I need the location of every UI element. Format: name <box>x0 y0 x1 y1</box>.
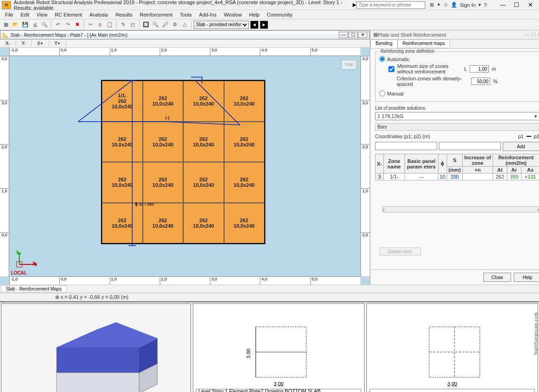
tool-paste-icon[interactable]: 📋 <box>106 21 114 29</box>
cart-icon[interactable]: ✦ <box>437 2 441 8</box>
tool-delete-icon[interactable]: ✖ <box>73 21 81 29</box>
apps-icon[interactable]: ⊞ <box>430 2 434 8</box>
canvas[interactable]: -1,0 0,0 1,0 2,0 3,0 4,0 5,0 -1,0 0,0 1,… <box>0 48 370 285</box>
coord-input-2[interactable] <box>439 142 501 150</box>
add-button[interactable]: Add <box>503 142 539 151</box>
menu-window[interactable]: Window <box>220 11 245 18</box>
tool-select-icon[interactable]: ◰ <box>129 21 137 29</box>
tool-open-icon[interactable]: 📂 <box>11 21 20 29</box>
input-l-value[interactable] <box>470 65 489 73</box>
thumbnail-top-reinf[interactable]: 3.00 3.80 R Level Story 1 Element Plate7… <box>366 303 538 392</box>
star-icon[interactable]: ☆ <box>444 2 448 8</box>
slab-cell: 26210,0x240 <box>224 122 265 162</box>
minimize-button[interactable]: — <box>496 1 510 8</box>
slab-cell: 26210,0x240 <box>143 203 184 244</box>
th-zone[interactable]: Zone name <box>384 154 405 174</box>
panel-min-button[interactable]: — <box>525 32 530 37</box>
horizontal-scrollbar[interactable]: ‹› <box>382 206 539 213</box>
tool-save-icon[interactable]: 💾 <box>21 21 29 29</box>
doc-maximize-button[interactable]: ☐ <box>348 32 358 38</box>
menu-help[interactable]: Help <box>246 11 263 18</box>
close-button[interactable]: ✕ <box>523 1 537 8</box>
tab-reinf-maps[interactable]: Reinforcement maps <box>398 39 450 48</box>
menu-reinforcement[interactable]: Reinforcement <box>136 11 176 18</box>
tool-copy-icon[interactable]: ⎘ <box>96 21 104 29</box>
panel-body: Reinforcing zone definition Automatic Mi… <box>371 49 539 269</box>
thumbnail-bottom-reinf[interactable]: 3.00 3.80 3.80 R Level Story 1 Element P… <box>193 303 365 392</box>
th-basic[interactable]: Basic panel param eters <box>404 154 438 174</box>
panel-max-button[interactable]: ☐ <box>531 32 536 37</box>
th-s[interactable]: S <box>447 154 462 167</box>
th-x[interactable]: X- <box>376 154 384 174</box>
menu-file[interactable]: File <box>2 11 17 18</box>
document-icon: 📐 <box>2 32 9 38</box>
panel-close-button[interactable]: ✕ <box>537 32 539 37</box>
ruler-tick: 2,0 <box>361 144 370 188</box>
ruler-tick: 0,0 <box>0 232 9 276</box>
nav-prev-button[interactable]: ◄ <box>250 21 258 29</box>
status-tab[interactable]: Slab - Reinforcement Maps <box>1 286 67 292</box>
nav-next-button[interactable]: ► <box>260 21 268 29</box>
tool-zoomout-icon[interactable]: 🔎 <box>161 21 169 29</box>
delete-reinf-button[interactable]: Delete reinf. <box>380 247 421 256</box>
th-increase[interactable]: Increase of zone <box>462 154 493 167</box>
menu-tools[interactable]: Tools <box>177 11 195 18</box>
input-criterion-value[interactable] <box>471 78 490 85</box>
coord-input-1[interactable] <box>375 142 437 150</box>
signin-link[interactable]: Sign In <box>460 2 476 8</box>
menu-view[interactable]: View <box>34 11 51 18</box>
tool-cut-icon[interactable]: ✂ <box>86 21 95 29</box>
doc-minimize-button[interactable]: — <box>339 32 348 38</box>
cell-index: 3 <box>376 174 384 180</box>
tool-layout-icon[interactable]: ▦ <box>2 21 10 29</box>
titlebar: R Autodesk Robot Structural Analysis Pro… <box>0 0 539 10</box>
help-button[interactable]: Help <box>514 273 539 282</box>
coord-xminus[interactable]: X- <box>0 41 16 46</box>
top-view-button[interactable]: TOP <box>341 60 357 70</box>
th-phi[interactable]: ϕ <box>438 154 447 174</box>
menu-edit[interactable]: Edit <box>17 11 33 18</box>
menu-rc-element[interactable]: RC Element <box>51 11 85 18</box>
help-icon[interactable]: ? <box>484 2 487 8</box>
th-reinf[interactable]: Reinforcement (mm2/m) <box>493 154 539 167</box>
radio-manual[interactable] <box>379 90 385 96</box>
th-at[interactable]: At <box>493 167 507 174</box>
th-mm[interactable]: (mm) <box>447 167 462 174</box>
tool-calc-icon[interactable]: ⚙ <box>171 21 179 29</box>
maximize-button[interactable]: ☐ <box>510 1 523 8</box>
thumbnail-3d[interactable] <box>1 303 191 392</box>
tab-bending[interactable]: Bending <box>371 39 398 48</box>
menu-results[interactable]: Results <box>112 11 136 18</box>
view-combo[interactable]: Slab - provided reinforc <box>194 21 249 29</box>
dropdown-icon[interactable]: ▾ <box>478 2 481 8</box>
radio-automatic[interactable] <box>379 56 385 62</box>
menu-analysis[interactable]: Analysis <box>86 11 112 18</box>
th-as[interactable]: As <box>522 167 539 174</box>
reinf-table: X- Zone name Basic panel param eters ϕ S… <box>375 154 539 180</box>
drawing-preview: 3.00 3.80 <box>411 318 494 386</box>
tool-zoomin-icon[interactable]: 🔍 <box>152 21 160 29</box>
checkbox-minsize[interactable] <box>388 66 394 72</box>
menu-addins[interactable]: Add-Ins <box>196 11 220 18</box>
close-button[interactable]: Close <box>483 273 511 282</box>
menu-community[interactable]: Community <box>264 11 296 18</box>
th-ar[interactable]: Ar <box>507 167 521 174</box>
coord-yminus[interactable]: Y- <box>16 41 32 46</box>
tool-zoomwin-icon[interactable]: 🔲 <box>142 21 150 29</box>
tool-edit-icon[interactable]: ✎ <box>119 21 127 29</box>
solutions-combo[interactable]: 1 178,12kG▾ <box>375 112 539 120</box>
tool-preview-icon[interactable]: 🔍 <box>40 21 49 29</box>
table-row[interactable]: 3 1/1- --- 10 200 262 393 +131 <box>376 174 539 180</box>
separator <box>139 21 140 29</box>
doc-close-button[interactable]: ✕ <box>358 32 367 38</box>
user-icon[interactable]: 👤 <box>451 2 457 8</box>
nav-arrow-icon[interactable]: ▶ <box>353 2 356 8</box>
tool-undo-icon[interactable]: ↶ <box>54 21 62 29</box>
coord-xplus[interactable]: X+ <box>32 41 49 46</box>
th-plusn[interactable]: +n <box>462 167 493 174</box>
coord-yplus[interactable]: Y+ <box>49 41 67 46</box>
tool-pointer-icon[interactable]: △ <box>180 21 189 29</box>
tool-redo-icon[interactable]: ↷ <box>63 21 72 29</box>
tool-print-icon[interactable]: 🖨 <box>31 21 39 29</box>
search-input[interactable] <box>356 1 425 9</box>
